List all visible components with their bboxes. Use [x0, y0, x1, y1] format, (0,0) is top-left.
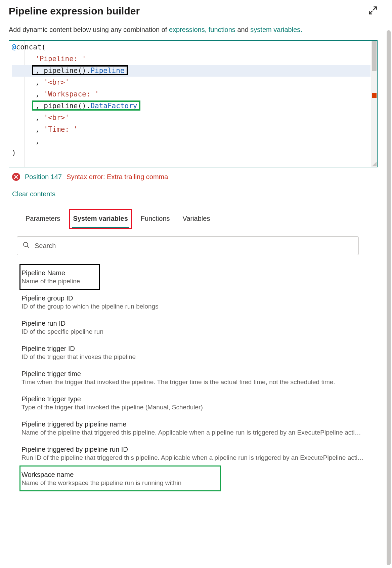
tab-functions[interactable]: Functions — [141, 215, 170, 228]
system-variables-list: Pipeline NameName of the pipelinePipelin… — [21, 265, 364, 491]
editor-line[interactable]: , 'Workspace: ' — [12, 88, 371, 100]
system-variable-description: Name of the pipeline that triggered this… — [21, 429, 364, 436]
system-variable-description: Type of the trigger that invoked the pip… — [21, 404, 364, 411]
system-variable-description: ID of the group to which the pipeline ru… — [21, 303, 364, 310]
system-variable-item[interactable]: Pipeline NameName of the pipeline — [21, 265, 364, 290]
error-icon — [12, 173, 20, 181]
system-variable-item[interactable]: Pipeline triggered by pipeline run IDRun… — [21, 441, 364, 466]
editor-line[interactable]: ) — [12, 147, 371, 159]
editor-line[interactable]: , '<br>' — [12, 112, 371, 124]
tab-variables[interactable]: Variables — [183, 215, 210, 228]
search-icon — [23, 241, 30, 250]
editor-scrollbar[interactable] — [371, 41, 377, 167]
expression-editor[interactable]: @concat('Pipeline: ', pipeline().Pipelin… — [9, 40, 378, 167]
expand-icon[interactable] — [368, 6, 378, 16]
system-variable-item[interactable]: Pipeline trigger IDID of the trigger tha… — [21, 340, 364, 365]
clear-contents-link[interactable]: Clear contents — [12, 190, 55, 198]
scrollbar-thumb[interactable] — [387, 30, 391, 565]
system-variable-description: Name of the pipeline — [21, 278, 364, 285]
system-variable-title: Pipeline Name — [21, 269, 364, 277]
subhead-and: and — [235, 26, 250, 33]
editor-line[interactable]: , '<br>' — [12, 77, 371, 88]
editor-line[interactable]: 'Pipeline: ' — [12, 53, 371, 65]
tab-system-variables[interactable]: System variables — [73, 215, 128, 228]
tab-parameters[interactable]: Parameters — [26, 215, 60, 228]
editor-line[interactable]: @concat( — [12, 41, 371, 53]
subhead-text: Add dynamic content below using any comb… — [9, 25, 378, 34]
system-variable-description: Time when the trigger that invoked the p… — [21, 378, 364, 386]
system-variable-title: Pipeline trigger type — [21, 395, 364, 403]
link-functions[interactable]: functions — [209, 26, 235, 33]
system-variable-item[interactable]: Pipeline trigger typeType of the trigger… — [21, 391, 364, 416]
resize-handle-icon[interactable] — [372, 162, 377, 166]
svg-point-0 — [24, 242, 28, 246]
system-variable-title: Pipeline triggered by pipeline run ID — [21, 446, 364, 453]
system-variable-description: Run ID of the pipeline that triggered th… — [21, 454, 364, 461]
system-variable-item[interactable]: Pipeline run IDID of the specific pipeli… — [21, 315, 364, 340]
tabs-bar: ParametersSystem variablesFunctionsVaria… — [9, 215, 378, 228]
system-variable-description: Name of the workspace the pipeline run i… — [21, 479, 364, 487]
scrollbar-track — [387, 30, 391, 565]
page-title: Pipeline expression builder — [9, 5, 140, 17]
subhead-prefix: Add dynamic content below using any comb… — [9, 26, 169, 33]
link-expressions[interactable]: expressions, — [169, 26, 207, 33]
svg-line-1 — [27, 246, 29, 248]
scrollbar-thumb[interactable] — [372, 41, 377, 71]
system-variable-item[interactable]: Pipeline group IDID of the group to whic… — [21, 290, 364, 315]
editor-line[interactable]: , — [12, 135, 371, 147]
system-variable-title: Pipeline trigger time — [21, 370, 364, 378]
search-input[interactable] — [34, 242, 353, 250]
system-variable-item[interactable]: Pipeline trigger timeTime when the trigg… — [21, 365, 364, 391]
system-variable-title: Pipeline run ID — [21, 320, 364, 327]
system-variable-title: Workspace name — [21, 471, 364, 479]
link-system-variables[interactable]: system variables. — [250, 26, 302, 33]
search-box[interactable] — [17, 236, 359, 255]
editor-content[interactable]: @concat('Pipeline: ', pipeline().Pipelin… — [12, 41, 371, 159]
system-variable-title: Pipeline group ID — [21, 294, 364, 302]
system-variable-title: Pipeline trigger ID — [21, 345, 364, 353]
editor-line[interactable]: , 'Time: ' — [12, 124, 371, 135]
error-position: Position 147 — [25, 173, 62, 181]
system-variable-title: Pipeline triggered by pipeline name — [21, 420, 364, 428]
system-variable-item[interactable]: Workspace nameName of the workspace the … — [21, 466, 364, 491]
system-variable-description: ID of the specific pipeline run — [21, 328, 364, 335]
editor-line[interactable]: , pipeline().DataFactory — [12, 100, 371, 112]
system-variable-description: ID of the trigger that invokes the pipel… — [21, 353, 364, 361]
scrollbar-error-mark — [372, 93, 377, 98]
error-message: Syntax error: Extra trailing comma — [67, 173, 168, 181]
editor-line[interactable]: , pipeline().Pipeline — [12, 65, 371, 77]
system-variable-item[interactable]: Pipeline triggered by pipeline nameName … — [21, 416, 364, 441]
panel-scrollbar[interactable] — [387, 30, 391, 565]
